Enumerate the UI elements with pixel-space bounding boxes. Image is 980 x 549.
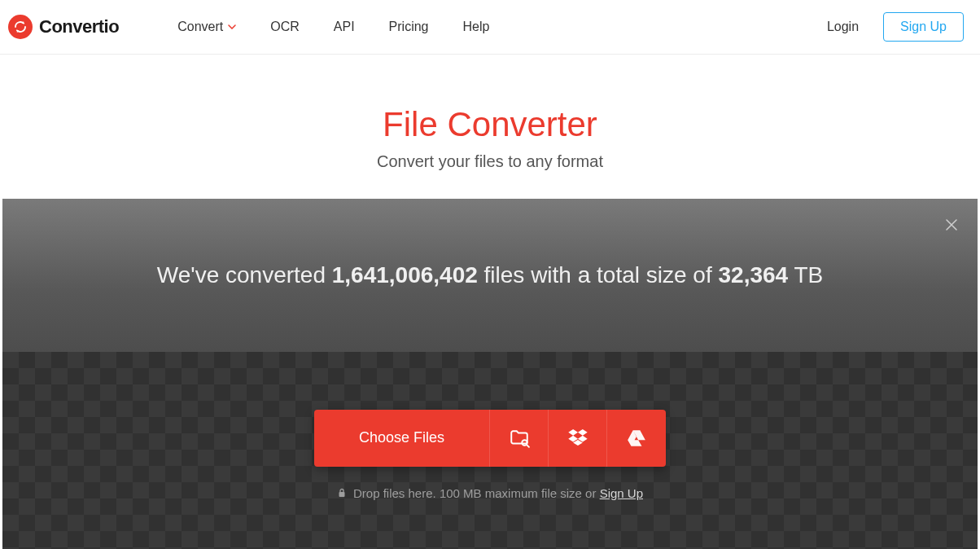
stats-prefix: We've converted: [157, 262, 332, 288]
main-nav: Convert OCR API Pricing Help: [177, 20, 489, 34]
nav-ocr[interactable]: OCR: [270, 20, 300, 34]
logo-icon: [8, 15, 33, 39]
stats-size-unit: TB: [788, 262, 823, 288]
page-subtitle: Convert your files to any format: [0, 152, 980, 171]
logo-text: Convertio: [39, 16, 119, 37]
nav-convert-label: Convert: [177, 20, 223, 34]
logo[interactable]: Convertio: [8, 15, 119, 39]
drop-signup-link[interactable]: Sign Up: [600, 486, 643, 500]
page-title: File Converter: [0, 105, 980, 144]
close-icon[interactable]: [943, 217, 960, 233]
nav-convert[interactable]: Convert: [177, 20, 236, 34]
nav-pricing[interactable]: Pricing: [389, 20, 429, 34]
google-drive-icon[interactable]: [607, 410, 666, 467]
stats-upload-panel: We've converted 1,641,006,402 files with…: [2, 199, 978, 549]
browse-files-icon[interactable]: [490, 410, 549, 467]
choose-files-button[interactable]: Choose Files: [314, 410, 490, 467]
upload-area[interactable]: Choose Files: [2, 352, 978, 549]
login-link[interactable]: Login: [827, 20, 859, 34]
stats-total-size: 32,364: [718, 262, 788, 288]
stats-middle: files with a total size of: [478, 262, 719, 288]
drop-prefix: Drop files here.: [353, 486, 440, 500]
header: Convertio Convert OCR API Pricing Help L…: [0, 0, 980, 55]
svg-rect-1: [339, 492, 345, 497]
drop-middle: maximum file size or: [482, 486, 600, 500]
choose-files-label: Choose Files: [359, 429, 444, 446]
drop-hint: Drop files here. 100 MB maximum file siz…: [337, 486, 643, 500]
signup-button[interactable]: Sign Up: [883, 12, 964, 42]
auth-area: Login Sign Up: [827, 12, 972, 42]
stats-text: We've converted 1,641,006,402 files with…: [157, 262, 823, 288]
choose-files-row: Choose Files: [314, 410, 666, 467]
nav-help[interactable]: Help: [462, 20, 489, 34]
chevron-down-icon: [228, 23, 236, 31]
stats-file-count: 1,641,006,402: [332, 262, 478, 288]
drop-max-size: 100 MB: [440, 486, 482, 500]
dropbox-icon[interactable]: [549, 410, 607, 467]
lock-icon: [337, 486, 347, 500]
hero: File Converter Convert your files to any…: [0, 55, 980, 199]
stats-banner: We've converted 1,641,006,402 files with…: [2, 199, 978, 352]
nav-api[interactable]: API: [334, 20, 355, 34]
